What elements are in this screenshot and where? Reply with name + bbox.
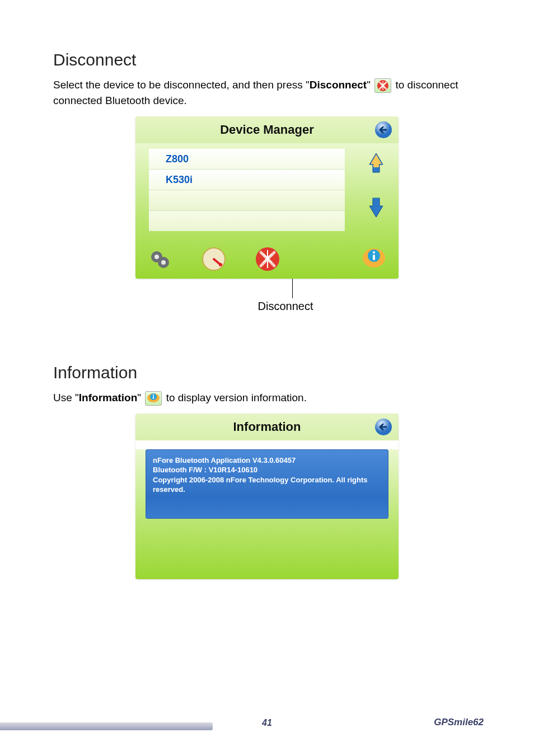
disconnect-button[interactable] bbox=[254, 246, 281, 273]
info-button[interactable] bbox=[360, 246, 387, 273]
list-item[interactable]: K530i bbox=[149, 169, 345, 190]
back-button[interactable] bbox=[374, 417, 393, 436]
text: to display version information. bbox=[166, 392, 307, 403]
text: Use " bbox=[53, 392, 79, 403]
panel-title: Information bbox=[135, 414, 399, 440]
callout-line bbox=[292, 279, 293, 298]
svg-point-11 bbox=[373, 251, 375, 253]
connect-icon[interactable] bbox=[200, 246, 227, 273]
svg-rect-12 bbox=[373, 255, 375, 260]
info-line: Bluetooth F/W : V10R14-10610 bbox=[153, 465, 381, 475]
footer-brand: GPSmile62 bbox=[434, 717, 484, 728]
information-icon bbox=[145, 391, 162, 406]
footer-bar bbox=[0, 722, 213, 730]
svg-point-5 bbox=[161, 260, 166, 265]
bold-disconnect: Disconnect bbox=[310, 79, 367, 91]
scroll-down-button[interactable] bbox=[364, 195, 388, 219]
heading-disconnect: Disconnect bbox=[53, 50, 481, 69]
panel-title-text: Device Manager bbox=[220, 123, 314, 137]
info-card: nFore Bluetooth Application V4.3.0.60457… bbox=[146, 449, 388, 519]
information-screenshot: Information nFore Bluetooth Application … bbox=[135, 414, 399, 579]
disconnect-icon bbox=[374, 78, 391, 93]
scroll-up-button[interactable] bbox=[364, 150, 388, 175]
paragraph-information: Use "Information" to display version inf… bbox=[53, 390, 481, 406]
svg-point-4 bbox=[154, 255, 159, 259]
page-footer: 41 GPSmile62 bbox=[0, 719, 534, 730]
gear-icon[interactable] bbox=[147, 246, 174, 273]
back-button[interactable] bbox=[374, 120, 393, 139]
list-item[interactable]: Z800 bbox=[149, 149, 345, 169]
callout-label: Disconnect bbox=[135, 300, 399, 313]
device-manager-screenshot: Device Manager Z800 K530i bbox=[135, 116, 399, 313]
paragraph-disconnect: Select the device to be disconnected, an… bbox=[53, 77, 481, 109]
page-number: 41 bbox=[262, 718, 272, 728]
info-line: nFore Bluetooth Application V4.3.0.60457 bbox=[153, 456, 381, 466]
svg-point-15 bbox=[153, 394, 154, 395]
panel-title: Device Manager bbox=[135, 116, 399, 143]
text: " bbox=[137, 392, 144, 403]
info-line: Copyright 2006-2008 nFore Technology Cor… bbox=[153, 475, 381, 495]
text: " bbox=[367, 79, 373, 91]
list-item[interactable] bbox=[149, 210, 345, 231]
heading-information: Information bbox=[53, 363, 481, 382]
panel-title-text: Information bbox=[233, 420, 301, 434]
text: Select the device to be disconnected, an… bbox=[53, 79, 310, 91]
device-list: Z800 K530i bbox=[149, 149, 345, 231]
bold-information: Information bbox=[79, 392, 138, 403]
svg-rect-16 bbox=[153, 396, 154, 399]
list-item[interactable] bbox=[149, 190, 345, 210]
svg-point-7 bbox=[219, 263, 222, 266]
